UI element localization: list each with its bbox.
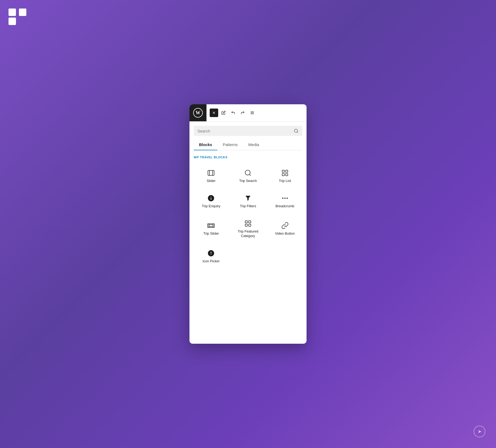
- tab-blocks[interactable]: Blocks: [194, 139, 217, 150]
- video-button-icon: [281, 222, 289, 229]
- block-label-video-button: Video Button: [275, 231, 295, 236]
- svg-point-16: [282, 198, 283, 199]
- trip-list-icon: [281, 169, 289, 177]
- undo-button[interactable]: [229, 109, 237, 117]
- slider-icon: [207, 169, 215, 177]
- block-inserter-panel: W ✕: [189, 104, 307, 344]
- redo-icon: [241, 111, 245, 115]
- svg-rect-11: [286, 170, 288, 172]
- blocks-grid: Slider Trip Search Trip List: [194, 164, 302, 267]
- block-label-trip-slider: Trip Slider: [203, 231, 219, 236]
- trip-slider-icon: [207, 222, 215, 229]
- svg-rect-25: [245, 224, 247, 226]
- panel-header: W ✕: [189, 104, 307, 122]
- logo-square-3: [9, 18, 16, 25]
- search-icon: [294, 128, 299, 133]
- wordpress-logo-area: W: [189, 104, 206, 121]
- svg-point-3: [294, 129, 297, 132]
- tab-bar: Blocks Patterns Media: [194, 139, 302, 150]
- icon-picker-icon: [207, 250, 215, 257]
- svg-rect-26: [249, 224, 251, 226]
- trip-enquiry-icon: [207, 194, 215, 202]
- svg-rect-13: [286, 173, 288, 176]
- tab-media[interactable]: Media: [243, 139, 264, 150]
- svg-line-9: [249, 174, 251, 176]
- svg-rect-10: [282, 170, 284, 172]
- block-item-trip-enquiry[interactable]: Trip Enquiry: [194, 189, 229, 213]
- blocks-content: WP TRAVEL BLOCKS Slider Trip Search: [189, 150, 307, 344]
- svg-point-8: [245, 170, 250, 175]
- navigate-icon[interactable]: ➤: [474, 426, 485, 437]
- logo-square-2: [19, 9, 26, 16]
- block-label-trip-featured-category: Trip Featured Category: [238, 229, 258, 238]
- block-item-icon-picker[interactable]: Icon Picker: [194, 244, 229, 268]
- svg-point-17: [284, 198, 286, 199]
- svg-rect-12: [282, 173, 284, 176]
- search-button[interactable]: [294, 128, 299, 133]
- redo-button[interactable]: [238, 109, 247, 117]
- svg-rect-24: [249, 221, 251, 223]
- trip-filters-icon: [244, 194, 252, 202]
- svg-rect-5: [208, 171, 214, 176]
- svg-rect-23: [245, 221, 247, 223]
- header-toolbar: ✕: [206, 109, 307, 117]
- menu-icon: [250, 111, 254, 115]
- logo-square-1: [9, 9, 16, 16]
- search-input[interactable]: [197, 129, 292, 133]
- block-label-slider: Slider: [207, 179, 216, 183]
- svg-point-18: [286, 198, 288, 199]
- search-area: [189, 122, 307, 136]
- tab-patterns[interactable]: Patterns: [217, 139, 243, 150]
- pencil-tool-button[interactable]: [219, 109, 228, 117]
- search-box: [194, 126, 302, 136]
- close-button[interactable]: ✕: [210, 109, 218, 117]
- section-label: WP TRAVEL BLOCKS: [194, 156, 302, 159]
- menu-button[interactable]: [248, 109, 257, 117]
- block-label-trip-enquiry: Trip Enquiry: [202, 204, 221, 209]
- block-item-breadcrumb[interactable]: Breadcrumb: [267, 189, 302, 213]
- block-item-video-button[interactable]: Video Button: [267, 215, 302, 242]
- block-label-trip-filters: Trip Filters: [240, 204, 256, 209]
- block-label-trip-list: Trip List: [279, 179, 291, 183]
- svg-rect-22: [209, 225, 213, 227]
- block-label-icon-picker: Icon Picker: [202, 259, 220, 264]
- undo-icon: [231, 111, 235, 115]
- block-item-slider[interactable]: Slider: [194, 164, 229, 187]
- block-label-breadcrumb: Breadcrumb: [275, 204, 294, 209]
- trip-search-icon: [244, 169, 252, 177]
- block-item-trip-search[interactable]: Trip Search: [231, 164, 266, 187]
- trip-featured-category-icon: [244, 220, 252, 227]
- block-item-trip-filters[interactable]: Trip Filters: [231, 189, 266, 213]
- breadcrumb-icon: [281, 194, 289, 202]
- wordpress-logo: W: [193, 108, 203, 118]
- block-item-trip-featured-category[interactable]: Trip Featured Category: [231, 215, 266, 242]
- pencil-icon: [221, 111, 226, 115]
- block-item-trip-slider[interactable]: Trip Slider: [194, 215, 229, 242]
- block-label-trip-search: Trip Search: [239, 179, 257, 183]
- svg-point-15: [211, 197, 211, 197]
- app-logo: [9, 9, 28, 25]
- svg-line-4: [297, 132, 298, 132]
- block-item-trip-list[interactable]: Trip List: [267, 164, 302, 187]
